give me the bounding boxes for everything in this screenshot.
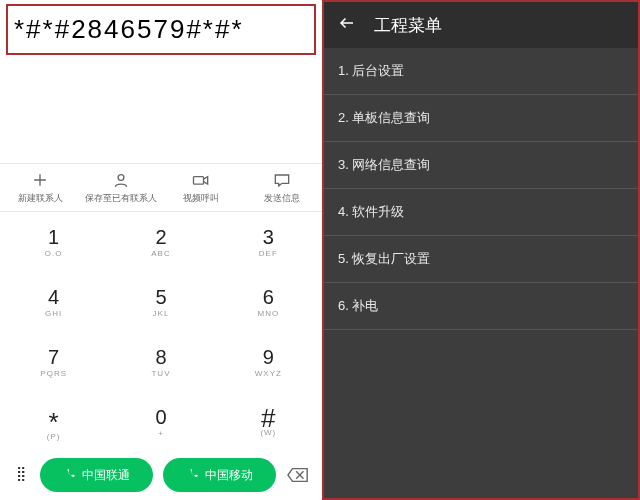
arrow-left-icon	[338, 14, 356, 32]
engineering-header: 工程菜单	[324, 2, 638, 48]
bottom-bar: ⠿⠿ 中国联通 中国移动	[0, 452, 322, 500]
sim1-label: 中国联通	[82, 467, 130, 484]
dialer-pane: *#*#2846579#*#* 新建联系人 保存至已有联系人 视频呼叫 发送信息…	[0, 0, 322, 500]
back-button[interactable]	[338, 14, 356, 37]
dialed-number: *#*#2846579#*#*	[14, 14, 308, 45]
action-label: 发送信息	[264, 192, 300, 205]
key-3[interactable]: 3DEF	[215, 212, 322, 272]
key-2[interactable]: 2ABC	[107, 212, 214, 272]
backspace-button[interactable]	[284, 467, 312, 483]
action-new-contact[interactable]: 新建联系人	[0, 164, 81, 211]
key-5[interactable]: 5JKL	[107, 272, 214, 332]
list-item[interactable]: 1. 后台设置	[324, 48, 638, 95]
phone-icon	[64, 468, 78, 482]
call-sim1-button[interactable]: 中国联通	[40, 458, 153, 492]
svg-point-0	[118, 175, 124, 181]
key-hash[interactable]: #(W)	[215, 392, 322, 452]
key-0[interactable]: 0+	[107, 392, 214, 452]
action-send-message[interactable]: 发送信息	[242, 164, 323, 211]
list-item[interactable]: 4. 软件升级	[324, 189, 638, 236]
sim2-label: 中国移动	[205, 467, 253, 484]
key-6[interactable]: 6MNO	[215, 272, 322, 332]
list-item[interactable]: 5. 恢复出厂设置	[324, 236, 638, 283]
key-star[interactable]: *(P)	[0, 392, 107, 452]
plus-icon	[30, 170, 50, 190]
key-7[interactable]: 7PQRS	[0, 332, 107, 392]
action-row: 新建联系人 保存至已有联系人 视频呼叫 发送信息	[0, 164, 322, 211]
svg-rect-1	[194, 177, 204, 185]
message-icon	[272, 170, 292, 190]
contact-icon	[111, 170, 131, 190]
key-8[interactable]: 8TUV	[107, 332, 214, 392]
key-4[interactable]: 4GHI	[0, 272, 107, 332]
action-save-existing[interactable]: 保存至已有联系人	[81, 164, 162, 211]
action-video-call[interactable]: 视频呼叫	[161, 164, 242, 211]
video-icon	[191, 170, 211, 190]
phone-icon	[187, 468, 201, 482]
list-item[interactable]: 3. 网络信息查询	[324, 142, 638, 189]
action-label: 新建联系人	[18, 192, 63, 205]
key-9[interactable]: 9WXYZ	[215, 332, 322, 392]
spacer	[0, 55, 322, 163]
call-sim2-button[interactable]: 中国移动	[163, 458, 276, 492]
action-label: 保存至已有联系人	[85, 192, 157, 205]
engineering-menu-pane: 工程菜单 1. 后台设置 2. 单板信息查询 3. 网络信息查询 4. 软件升级…	[322, 0, 640, 500]
engineering-list: 1. 后台设置 2. 单板信息查询 3. 网络信息查询 4. 软件升级 5. 恢…	[324, 48, 638, 330]
keypad: 1O.O 2ABC 3DEF 4GHI 5JKL 6MNO 7PQRS 8TUV…	[0, 212, 322, 452]
action-label: 视频呼叫	[183, 192, 219, 205]
key-1[interactable]: 1O.O	[0, 212, 107, 272]
dial-display: *#*#2846579#*#*	[6, 4, 316, 55]
keypad-toggle-icon[interactable]: ⠿⠿	[10, 471, 32, 479]
engineering-title: 工程菜单	[374, 14, 442, 37]
list-item[interactable]: 2. 单板信息查询	[324, 95, 638, 142]
list-item[interactable]: 6. 补电	[324, 283, 638, 330]
backspace-icon	[287, 467, 309, 483]
sim-row: 中国联通 中国移动	[40, 458, 276, 492]
